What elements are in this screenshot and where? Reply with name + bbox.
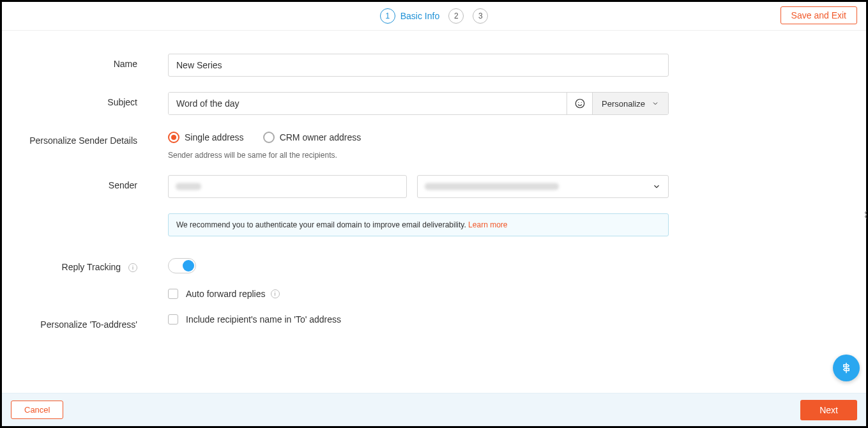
subject-input[interactable] [169,93,567,114]
row-sender: Sender [2,175,866,198]
row-banner: We recommend you to authenticate your em… [2,213,866,236]
banner-text: We recommend you to authenticate your em… [176,220,468,229]
toggle-knob [183,260,194,271]
label-to-address: Personalize 'To-address' [2,314,168,330]
next-button[interactable]: Next [800,400,857,420]
include-recipient-checkbox[interactable] [168,314,178,325]
domain-auth-banner: We recommend you to authenticate your em… [168,213,669,236]
wizard-step-2[interactable]: 2 [448,8,464,24]
radio-crm-owner[interactable]: CRM owner address [263,132,362,143]
svg-point-2 [581,102,581,103]
help-chat-button[interactable] [833,355,860,381]
svg-point-1 [578,102,579,103]
wizard-footer: Cancel Next [2,393,866,426]
step-1-label: Basic Info [400,11,439,21]
sender-name-input[interactable] [168,175,407,198]
info-icon[interactable]: i [128,263,137,272]
chevron-down-icon [651,100,659,107]
wizard-step-1[interactable]: 1 Basic Info [380,8,439,24]
wizard-steps: 1 Basic Info 2 3 [380,8,488,24]
personalize-dropdown[interactable]: Personalize [592,93,668,114]
row-reply-tracking: Reply Tracking i [2,257,866,273]
sender-radio-group: Single address CRM owner address [168,130,669,143]
personalize-label: Personalize [602,99,645,109]
cancel-button[interactable]: Cancel [11,401,63,419]
reply-tracking-text: Reply Tracking [62,262,121,272]
label-sender: Sender [2,175,168,190]
row-auto-forward: Auto forward replies i [2,289,866,299]
radio-icon [263,132,275,143]
row-subject: Subject Personalize [2,92,866,115]
save-and-exit-button[interactable]: Save and Exit [780,6,857,24]
auto-forward-label: Auto forward replies [186,289,266,299]
label-sender-details: Personalize Sender Details [2,130,168,146]
label-name: Name [2,54,168,69]
sender-name-wrap [168,175,407,198]
include-recipient-label: Include recipient's name in 'To' address [186,314,341,325]
learn-more-link[interactable]: Learn more [468,220,507,229]
label-reply-tracking: Reply Tracking i [2,257,168,272]
info-icon[interactable]: i [271,289,280,298]
subject-group: Personalize [168,92,669,115]
svg-point-0 [575,99,584,108]
wizard-step-3[interactable]: 3 [473,8,488,24]
step-1-circle: 1 [380,8,395,24]
reply-tracking-toggle[interactable] [168,258,196,273]
radio-crm-label: CRM owner address [280,132,362,142]
resize-handle-icon[interactable]: ‹‹ [864,210,867,218]
form-main: Name Subject [2,31,866,393]
label-subject: Subject [2,92,168,107]
radio-single-address[interactable]: Single address [168,132,244,143]
auto-forward-checkbox[interactable] [168,289,178,299]
sender-email-wrap [417,175,669,198]
wizard-header: 1 Basic Info 2 3 Save and Exit [2,2,866,31]
radio-single-label: Single address [185,132,244,142]
redacted-mask [425,183,559,190]
row-name: Name [2,54,866,77]
name-input[interactable] [168,54,669,77]
emoji-icon[interactable] [567,93,592,114]
redacted-mask [176,183,201,190]
signpost-icon [840,362,853,374]
radio-icon [168,132,179,143]
sender-details-helper: Sender address will be same for all the … [168,151,669,160]
row-to-address: Personalize 'To-address' Include recipie… [2,314,866,330]
row-sender-details: Personalize Sender Details Single addres… [2,130,866,160]
